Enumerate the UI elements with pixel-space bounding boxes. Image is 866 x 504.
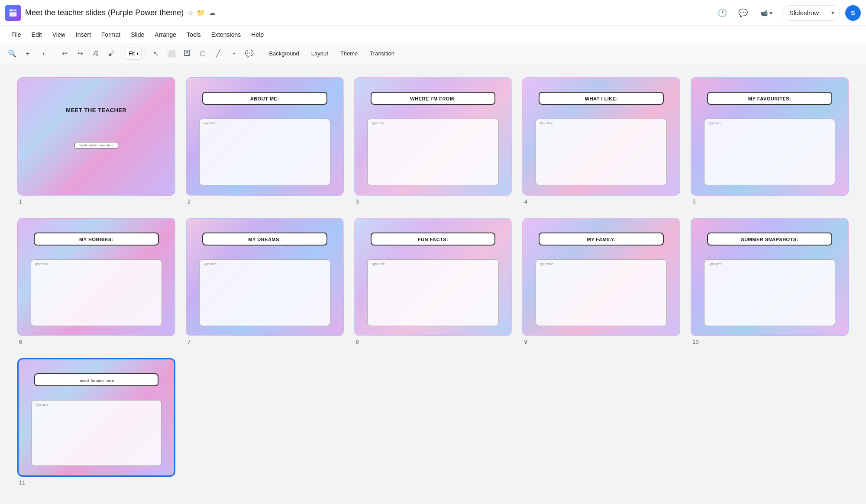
- app-logo[interactable]: [5, 5, 21, 21]
- separator-2: [122, 48, 122, 59]
- slide-10-placeholder: Type here: [708, 262, 721, 265]
- slide-container-7: MY DREAMS: Type here 7: [186, 218, 344, 346]
- slide-thumb-10[interactable]: SUMMER SNAPSHOTS: Type here: [691, 218, 849, 336]
- menu-slide[interactable]: Slide: [126, 29, 149, 40]
- slide-container-1: MEET THE TEACHER Insert teacher name her…: [17, 77, 175, 205]
- slide-container-11: Insert header here Type here 11: [17, 358, 175, 486]
- slide-8-content-box: Type here: [367, 259, 498, 326]
- header-actions: 🕐 💬 📹 ▾ Slideshow ▾ S: [714, 5, 861, 21]
- comment-btn[interactable]: 💬: [242, 47, 256, 61]
- slide-5-title-text: MY FAVOURITES:: [748, 96, 792, 101]
- theme-btn[interactable]: Theme: [335, 48, 363, 58]
- title-icons: ☆ 📁 ☁: [187, 9, 216, 17]
- slide-number-5: 5: [692, 198, 695, 205]
- slide-container-4: WHAT I LIKE: Type here 4: [522, 77, 680, 205]
- slide-number-7: 7: [187, 339, 191, 345]
- toolbar: 🔍 + ▾ ↩ ↪ 🖨 🖌 Fit ▾ ↖ ⬜ 🖼 ⬡ ╱ ▾ 💬 Backgr…: [0, 43, 866, 64]
- star-icon[interactable]: ☆: [187, 9, 193, 17]
- zoom-selector[interactable]: Fit ▾: [126, 48, 142, 60]
- slide-thumb-1[interactable]: MEET THE TEACHER Insert teacher name her…: [17, 77, 175, 196]
- add-dropdown-btn[interactable]: ▾: [36, 47, 50, 61]
- layout-btn[interactable]: Layout: [306, 48, 333, 58]
- cursor-btn[interactable]: ↖: [149, 47, 163, 61]
- slide-6-title-text: MY HOBBIES:: [79, 237, 113, 242]
- slide-number-10: 10: [692, 339, 698, 345]
- slide-7-title-text: MY DREAMS:: [248, 237, 281, 242]
- folder-icon[interactable]: 📁: [197, 9, 205, 17]
- slide-4-title-text: WHAT I LIKE:: [585, 96, 618, 101]
- print-btn[interactable]: 🖨: [89, 47, 103, 61]
- slide-thumb-4[interactable]: WHAT I LIKE: Type here: [522, 77, 680, 196]
- slide-9-content-box: Type here: [536, 259, 667, 326]
- slideshow-main-btn[interactable]: Slideshow: [782, 6, 826, 20]
- menu-file[interactable]: File: [7, 29, 26, 40]
- slide-4-title-box: WHAT I LIKE:: [539, 92, 664, 105]
- menu-format[interactable]: Format: [97, 29, 125, 40]
- line-dropdown-btn[interactable]: ▾: [227, 47, 241, 61]
- slideshow-arrow-btn[interactable]: ▾: [826, 6, 840, 20]
- paint-format-btn[interactable]: 🖌: [104, 47, 118, 61]
- slide-9-placeholder: Type here: [540, 262, 553, 265]
- separator-1: [54, 48, 54, 59]
- slide-container-6: MY HOBBIES: Type here 6: [17, 218, 175, 346]
- redo-btn[interactable]: ↪: [73, 47, 87, 61]
- slide-9-title-box: MY FAMILY:: [539, 233, 664, 246]
- user-avatar[interactable]: S: [845, 5, 861, 21]
- slide-thumb-5[interactable]: MY FAVOURITES: Type here: [691, 77, 849, 196]
- svg-rect-0: [10, 9, 13, 11]
- slide-6-content-box: Type here: [31, 259, 162, 326]
- slide-10-title-text: SUMMER SNAPSHOTS:: [741, 237, 798, 242]
- video-icon: 📹: [760, 10, 768, 16]
- shape-select-btn[interactable]: ⬜: [165, 47, 178, 61]
- slide-5-title-box: MY FAVOURITES:: [707, 92, 832, 105]
- slide-container-10: SUMMER SNAPSHOTS: Type here 10: [691, 218, 849, 346]
- slide-11-content-box: Type here: [31, 400, 162, 466]
- image-btn[interactable]: 🖼: [180, 47, 194, 61]
- video-dropdown-icon: ▾: [769, 10, 772, 16]
- slide-thumb-9[interactable]: MY FAMILY: Type here: [522, 218, 680, 336]
- slide-thumb-7[interactable]: MY DREAMS: Type here: [186, 218, 344, 336]
- slide-number-2: 2: [187, 198, 191, 205]
- slide-number-6: 6: [19, 339, 22, 345]
- slide-thumb-8[interactable]: FUN FACTS: Type here: [354, 218, 512, 336]
- video-btn[interactable]: 📹 ▾: [756, 8, 777, 18]
- line-btn[interactable]: ╱: [211, 47, 225, 61]
- menu-help[interactable]: Help: [247, 29, 268, 40]
- search-btn[interactable]: 🔍: [5, 47, 19, 61]
- cloud-icon[interactable]: ☁: [209, 9, 216, 17]
- zoom-label: Fit: [129, 50, 135, 57]
- slide-thumb-2[interactable]: ABOUT ME: Type here: [186, 77, 344, 196]
- slide-8-placeholder: Type here: [371, 262, 385, 265]
- slide-11-title-box: Insert header here: [34, 373, 158, 386]
- undo-btn[interactable]: ↩: [58, 47, 71, 61]
- slide-thumb-6[interactable]: MY HOBBIES: Type here: [17, 218, 175, 336]
- shapes-btn[interactable]: ⬡: [196, 47, 210, 61]
- slide-3-title-box: WHERE I'M FROM:: [371, 92, 496, 105]
- svg-rect-1: [13, 9, 16, 11]
- slide-6-title-box: MY HOBBIES:: [34, 233, 159, 246]
- slide-thumb-11[interactable]: Insert header here Type here: [17, 358, 175, 477]
- menu-extensions[interactable]: Extensions: [207, 29, 245, 40]
- menu-arrange[interactable]: Arrange: [150, 29, 181, 40]
- slide-3-content-box: Type here: [367, 119, 498, 185]
- transition-btn[interactable]: Transition: [365, 48, 400, 58]
- menu-insert[interactable]: Insert: [71, 29, 95, 40]
- menu-tools[interactable]: Tools: [182, 29, 205, 40]
- slide-thumb-3[interactable]: WHERE I'M FROM: Type here: [354, 77, 512, 196]
- slide-7-placeholder: Type here: [203, 262, 216, 265]
- slide-number-1: 1: [19, 198, 22, 205]
- main-content: MEET THE TEACHER Insert teacher name her…: [0, 64, 866, 504]
- menu-bar: File Edit View Insert Format Slide Arran…: [0, 26, 866, 43]
- slide-8-title-text: FUN FACTS:: [418, 237, 448, 242]
- slide-2-title-box: ABOUT ME:: [202, 92, 327, 105]
- menu-view[interactable]: View: [48, 29, 70, 40]
- menu-edit[interactable]: Edit: [27, 29, 46, 40]
- slide-container-3: WHERE I'M FROM: Type here 3: [354, 77, 512, 205]
- separator-3: [145, 48, 145, 59]
- slide-10-content-box: Type here: [704, 259, 835, 326]
- history-icon-btn[interactable]: 🕐: [714, 5, 730, 21]
- slide-number-8: 8: [356, 339, 359, 345]
- comment-icon-btn[interactable]: 💬: [735, 5, 751, 21]
- background-btn[interactable]: Background: [264, 48, 304, 58]
- add-btn[interactable]: +: [21, 47, 35, 61]
